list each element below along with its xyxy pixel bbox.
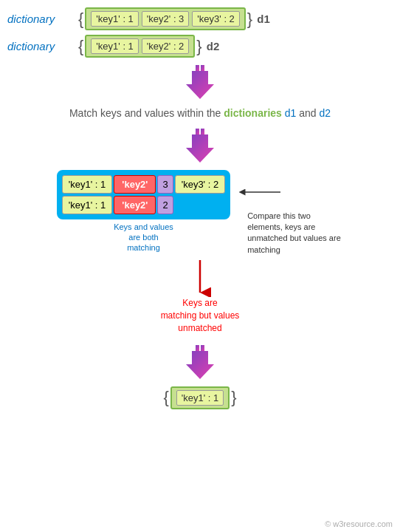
note-area: Compare this two elements, keys are unma… [236,177,343,256]
d1-row: dictionary { 'key1' : 1 'key2' : 3 'key3… [7,7,393,30]
d2-label: dictionary [7,40,74,52]
d2-close-curly: } [196,37,201,56]
r2-red: 'key2' [114,196,156,214]
red-arrow-area: Keys arematching but valuesunmatched [7,260,393,337]
svg-marker-5 [186,134,214,163]
r2-green: 'key1' : 1 [62,196,113,214]
r1-purple: 3 [157,175,173,194]
r1-extra: 'key3' : 2 [175,175,226,194]
d1-close-curly: } [247,10,252,29]
arrow1 [7,64,393,100]
d2-name: d2 [207,40,220,52]
r1-green: 'key1' : 1 [62,175,113,194]
svg-rect-10 [196,345,199,351]
d2-open-curly: { [78,37,83,56]
d1-box: 'key1' : 1 'key2' : 3 'key3' : 2 [85,7,246,30]
table-row-1: 'key1' : 1 'key2' 3 'key3' : 2 [62,175,225,194]
arrow2-svg [182,127,218,164]
d1-open-curly: { [78,10,83,29]
result-box: 'key1' : 1 [170,386,230,409]
compare-arrow-svg [236,177,288,207]
match-names: d1 and d2 [285,107,331,119]
d2-row: dictionary { 'key1' : 1 'key2' : 2 } d2 [7,35,393,58]
arrow3-svg [182,344,218,381]
d2-box: 'key1' : 1 'key2' : 2 [85,35,195,58]
d2-cell-1: 'key1' : 1 [91,38,139,54]
match-highlight: dictionaries [224,107,282,119]
result-row: { 'key1' : 1 } [7,386,393,409]
r2-purple: 2 [157,196,173,214]
keys-label: Keys and valuesare bothmatching [114,222,173,253]
r1-red: 'key2' [114,175,156,194]
match-text-area: Match keys and values within the diction… [7,106,393,121]
red-note: Keys arematching but valuesunmatched [161,297,240,334]
svg-marker-2 [186,71,214,99]
main-container: dictionary { 'key1' : 1 'key2' : 3 'key3… [0,0,400,532]
arrow2 [7,127,393,164]
compare-wrapper: 'key1' : 1 'key2' 3 'key3' : 2 'key1' : … [7,170,393,256]
svg-rect-4 [201,129,204,134]
compare-note: Compare this two elements, keys are unma… [247,211,343,256]
d1-label: dictionary [7,13,74,25]
arrow3 [7,344,393,381]
svg-rect-0 [196,65,199,71]
table-row-2: 'key1' : 1 'key2' 2 [62,196,225,214]
d2-cell-2: 'key2' : 2 [142,38,190,54]
red-arrow-svg [185,260,215,297]
svg-marker-12 [186,351,214,379]
match-text-static: Match keys and values within the [69,107,224,119]
result-open-curly: { [163,388,168,407]
d1-cell-2: 'key2' : 3 [142,11,190,27]
d1-name: d1 [257,13,270,25]
d1-cell-3: 'key3' : 2 [192,11,240,27]
diagram-area: 'key1' : 1 'key2' 3 'key3' : 2 'key1' : … [57,170,230,253]
result-close-curly: } [231,388,236,407]
watermark: © w3resource.com [325,519,393,528]
svg-rect-1 [201,65,204,71]
svg-rect-3 [196,129,199,134]
arrow1-svg [182,64,218,100]
dict-table: 'key1' : 1 'key2' 3 'key3' : 2 'key1' : … [57,170,230,219]
svg-rect-11 [201,345,204,351]
d1-cell-1: 'key1' : 1 [91,11,139,27]
result-cell: 'key1' : 1 [176,390,224,406]
